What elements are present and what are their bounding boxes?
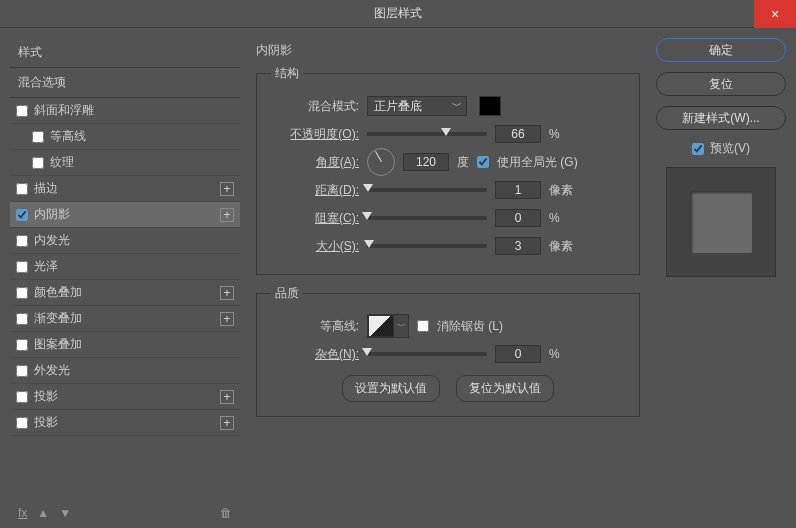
style-item-3[interactable]: 描边+: [10, 176, 240, 202]
antialias-label: 消除锯齿 (L): [437, 318, 503, 335]
noise-input[interactable]: [495, 345, 541, 363]
style-item-12[interactable]: 投影+: [10, 410, 240, 436]
size-input[interactable]: [495, 237, 541, 255]
add-icon[interactable]: +: [220, 182, 234, 196]
style-checkbox[interactable]: [16, 235, 28, 247]
style-label: 等高线: [50, 128, 234, 145]
style-item-4[interactable]: 内阴影+: [10, 202, 240, 228]
style-item-2[interactable]: 纹理: [10, 150, 240, 176]
style-label: 图案叠加: [34, 336, 234, 353]
add-icon[interactable]: +: [220, 208, 234, 222]
panel-title: 内阴影: [256, 42, 644, 59]
arrow-up-icon[interactable]: ▲: [37, 506, 49, 520]
sidebar-header-blend[interactable]: 混合选项: [10, 68, 240, 98]
size-label[interactable]: 大小(S):: [271, 238, 359, 255]
angle-input[interactable]: [403, 153, 449, 171]
style-checkbox[interactable]: [16, 183, 28, 195]
new-style-button[interactable]: 新建样式(W)...: [656, 106, 786, 130]
style-checkbox[interactable]: [16, 209, 28, 221]
style-checkbox[interactable]: [16, 105, 28, 117]
antialias-checkbox[interactable]: [417, 320, 429, 332]
color-swatch[interactable]: [479, 96, 501, 116]
style-checkbox[interactable]: [16, 261, 28, 273]
style-label: 外发光: [34, 362, 234, 379]
style-label: 渐变叠加: [34, 310, 220, 327]
style-item-6[interactable]: 光泽: [10, 254, 240, 280]
style-checkbox[interactable]: [16, 417, 28, 429]
distance-label[interactable]: 距离(D):: [271, 182, 359, 199]
preview-inner: [690, 191, 752, 253]
style-label: 内发光: [34, 232, 234, 249]
style-checkbox[interactable]: [16, 391, 28, 403]
style-checkbox[interactable]: [16, 365, 28, 377]
style-item-8[interactable]: 渐变叠加+: [10, 306, 240, 332]
choke-label[interactable]: 阻塞(C):: [271, 210, 359, 227]
action-panel: 确定 复位 新建样式(W)... 预览(V): [656, 38, 786, 528]
distance-slider[interactable]: [367, 188, 487, 192]
style-item-11[interactable]: 投影+: [10, 384, 240, 410]
opacity-label[interactable]: 不透明度(O):: [271, 126, 359, 143]
chevron-down-icon: ﹀: [452, 99, 466, 113]
add-icon[interactable]: +: [220, 312, 234, 326]
add-icon[interactable]: +: [220, 416, 234, 430]
quality-group: 品质 等高线: ﹀ 消除锯齿 (L) 杂色(N): % 设置为默认值 复位为默认…: [256, 285, 640, 417]
style-checkbox[interactable]: [16, 313, 28, 325]
style-item-1[interactable]: 等高线: [10, 124, 240, 150]
settings-panel: 内阴影 结构 混合模式: 正片叠底 ﹀ 不透明度(O): % 角度(A):: [252, 38, 644, 528]
fx-menu[interactable]: fx: [18, 506, 27, 520]
contour-thumbnail: [368, 315, 394, 337]
sidebar-footer: fx ▲ ▼ 🗑: [10, 498, 240, 528]
style-label: 投影: [34, 388, 220, 405]
distance-input[interactable]: [495, 181, 541, 199]
trash-icon[interactable]: 🗑: [220, 506, 232, 520]
angle-dial[interactable]: [367, 148, 395, 176]
ok-button[interactable]: 确定: [656, 38, 786, 62]
angle-unit: 度: [457, 154, 469, 171]
opacity-input[interactable]: [495, 125, 541, 143]
style-item-0[interactable]: 斜面和浮雕: [10, 98, 240, 124]
style-label: 投影: [34, 414, 220, 431]
style-label: 斜面和浮雕: [34, 102, 234, 119]
noise-label[interactable]: 杂色(N):: [271, 346, 359, 363]
style-checkbox[interactable]: [16, 287, 28, 299]
style-checkbox[interactable]: [32, 131, 44, 143]
preview-checkbox[interactable]: [692, 143, 704, 155]
style-checkbox[interactable]: [32, 157, 44, 169]
quality-legend: 品质: [271, 285, 303, 302]
blend-mode-label: 混合模式:: [271, 98, 359, 115]
size-slider[interactable]: [367, 244, 487, 248]
size-unit: 像素: [549, 238, 573, 255]
choke-input[interactable]: [495, 209, 541, 227]
structure-group: 结构 混合模式: 正片叠底 ﹀ 不透明度(O): % 角度(A): 度: [256, 65, 640, 275]
title-bar: 图层样式 ×: [0, 0, 796, 28]
styles-sidebar: 样式 混合选项 斜面和浮雕等高线纹理描边+内阴影+内发光光泽颜色叠加+渐变叠加+…: [10, 38, 240, 528]
style-label: 颜色叠加: [34, 284, 220, 301]
style-item-7[interactable]: 颜色叠加+: [10, 280, 240, 306]
add-icon[interactable]: +: [220, 390, 234, 404]
cancel-button[interactable]: 复位: [656, 72, 786, 96]
style-label: 纹理: [50, 154, 234, 171]
style-item-10[interactable]: 外发光: [10, 358, 240, 384]
close-button[interactable]: ×: [754, 0, 796, 28]
blend-mode-select[interactable]: 正片叠底 ﹀: [367, 96, 467, 116]
window-title: 图层样式: [374, 5, 422, 22]
style-item-5[interactable]: 内发光: [10, 228, 240, 254]
angle-label[interactable]: 角度(A):: [271, 154, 359, 171]
contour-picker[interactable]: ﹀: [367, 314, 409, 338]
style-checkbox[interactable]: [16, 339, 28, 351]
style-item-9[interactable]: 图案叠加: [10, 332, 240, 358]
choke-slider[interactable]: [367, 216, 487, 220]
arrow-down-icon[interactable]: ▼: [59, 506, 71, 520]
structure-legend: 结构: [271, 65, 303, 82]
sidebar-header-styles[interactable]: 样式: [10, 38, 240, 68]
opacity-unit: %: [549, 127, 560, 141]
reset-default-button[interactable]: 复位为默认值: [456, 375, 554, 402]
add-icon[interactable]: +: [220, 286, 234, 300]
chevron-down-icon: ﹀: [394, 315, 408, 337]
noise-slider[interactable]: [367, 352, 487, 356]
global-light-checkbox[interactable]: [477, 156, 489, 168]
opacity-slider[interactable]: [367, 132, 487, 136]
blend-mode-value: 正片叠底: [374, 98, 422, 115]
distance-unit: 像素: [549, 182, 573, 199]
set-default-button[interactable]: 设置为默认值: [342, 375, 440, 402]
